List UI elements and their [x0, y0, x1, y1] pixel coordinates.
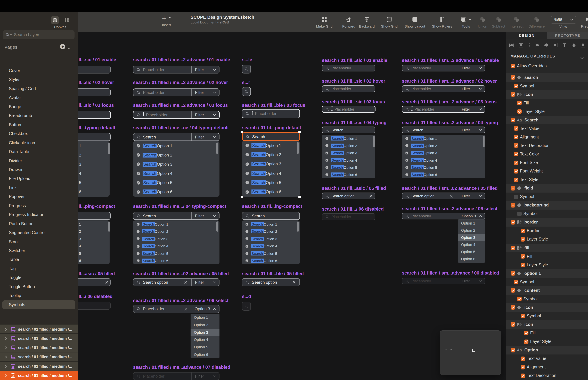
list-item[interactable]: Search Option 2 — [322, 142, 375, 149]
clear-icon[interactable] — [184, 307, 187, 310]
list-item[interactable]: 3 — [77, 160, 110, 169]
selection-handle[interactable] — [240, 195, 243, 198]
sidebar-page-breadcrumb[interactable]: Breadcrumb — [2, 112, 75, 120]
filter-dropdown[interactable]: Filter — [458, 86, 485, 92]
artboard-label[interactable]: search / 01 fill...sic / 01 enable — [322, 58, 387, 63]
artboard-label[interactable]: search / 01 filled / sm...2 advance / 02… — [402, 78, 497, 84]
list-item[interactable]: Search Option 4 — [133, 242, 219, 250]
checkbox[interactable] — [521, 237, 525, 242]
align-center-h-icon[interactable] — [519, 43, 524, 48]
search-input[interactable] — [77, 66, 111, 74]
select-option[interactable]: Option 6 — [190, 351, 219, 358]
chevron-right-icon[interactable] — [5, 373, 7, 379]
search-input[interactable]: PlaceholderFilter — [402, 278, 485, 285]
filter-dropdown[interactable]: Filter — [191, 66, 219, 73]
filter-dropdown[interactable]: Filter — [191, 373, 219, 380]
chevron-right-icon[interactable] — [5, 326, 7, 332]
tab-design[interactable]: DESIGN — [506, 32, 547, 39]
search-input[interactable] — [77, 278, 111, 286]
list-item[interactable]: 3 — [77, 235, 110, 242]
show-grid-button[interactable]: Show Grid — [381, 15, 398, 28]
artboard-label[interactable]: ll...sic / 02 hover — [79, 80, 114, 85]
search-input[interactable]: PlaceholderFilter — [402, 85, 485, 92]
artboard-label[interactable]: search / 01 filled / sm...2 advance / 01… — [402, 58, 499, 63]
list-item[interactable]: Search Option 2 — [402, 142, 485, 149]
sidebar-page-segmented-control[interactable]: Segmented Control — [2, 228, 75, 237]
list-item[interactable]: Search Option 3 — [133, 235, 219, 242]
checkbox[interactable] — [511, 75, 515, 80]
artboard-label[interactable]: search / 01 filled / me...2 advance / 03… — [133, 103, 228, 108]
artboard-label[interactable]: search / 01 filled / sm...02 advance / 0… — [402, 186, 498, 191]
filter-dropdown[interactable]: Filter — [458, 65, 485, 71]
list-item[interactable]: Search Option 4 — [242, 242, 300, 250]
checkbox[interactable] — [514, 152, 518, 156]
list-item[interactable]: Search Option 6 — [133, 188, 219, 197]
artboard-label[interactable]: search / 01 filled / me...2 advance / 06… — [133, 298, 228, 304]
align-middle-icon[interactable] — [571, 43, 576, 48]
checkbox[interactable] — [511, 348, 515, 352]
list-item[interactable]: Search Option 1 — [133, 141, 219, 150]
sidebar-page-styles[interactable]: Styles — [2, 75, 75, 84]
show-rulers-button[interactable]: Show Rulers — [432, 15, 452, 28]
list-item[interactable]: 2 — [77, 228, 110, 235]
search-input[interactable]: PlaceholderFilter — [133, 111, 219, 119]
layer-row[interactable]: search / 01 filled / medium /... — [0, 343, 77, 352]
list-item[interactable]: 5 — [77, 250, 110, 257]
artboard-label[interactable]: search / 01 filled / sm...advance / 06 d… — [402, 270, 499, 276]
scrollbar-thumb[interactable] — [483, 136, 484, 147]
search-input[interactable]: Placeholder — [322, 213, 375, 220]
select-option[interactable]: Option 6 — [458, 255, 485, 263]
checkbox[interactable] — [521, 254, 525, 259]
chevron-right-icon[interactable] — [5, 335, 7, 342]
checkbox[interactable] — [514, 280, 518, 284]
sidebar-page-divider[interactable]: Divider — [2, 156, 75, 165]
select-option[interactable]: Option 1 — [190, 314, 219, 321]
filter-dropdown[interactable]: Filter — [191, 212, 219, 219]
components-view-button[interactable] — [64, 17, 70, 23]
artboard-label[interactable]: search / 01 filled / sm...2 advance / 06… — [402, 206, 497, 212]
search-input[interactable] — [242, 87, 251, 96]
search-input[interactable] — [77, 111, 111, 119]
sidebar-page-badge[interactable]: Badge — [2, 102, 75, 111]
layer-row[interactable]: search / 01 filled / medium /... — [0, 334, 77, 343]
checkbox[interactable] — [511, 92, 515, 97]
checkbox[interactable] — [511, 186, 515, 190]
list-item[interactable]: Search Option 6 — [402, 171, 485, 178]
filter-dropdown[interactable]: Filter — [458, 106, 485, 112]
sidebar-page-spacing-grid[interactable]: Spacing / Grid — [2, 84, 75, 93]
search-input[interactable] — [77, 212, 111, 220]
list-item[interactable]: 1 — [77, 220, 110, 228]
checkbox[interactable] — [521, 228, 525, 233]
search-input[interactable] — [242, 302, 251, 311]
artboard-label[interactable]: search / 01 fill...ble / 05 filled — [242, 271, 304, 277]
layer-row[interactable]: search / 01 filled / medium /... — [0, 361, 77, 371]
list-item[interactable]: 1 — [77, 141, 110, 150]
sidebar-page-progress-indicator[interactable]: Progress Indicator — [2, 210, 75, 219]
list-item[interactable]: 4 — [77, 169, 110, 178]
select-option[interactable]: Option 4 — [458, 241, 485, 248]
select-option[interactable]: Option 3 — [458, 234, 485, 241]
list-item[interactable]: Search Option 3 — [133, 160, 219, 169]
checkbox[interactable] — [521, 263, 525, 267]
chevron-right-icon[interactable] — [5, 363, 7, 369]
checkbox[interactable] — [517, 212, 522, 216]
clear-icon[interactable] — [293, 281, 296, 284]
distribute-h-icon[interactable] — [544, 43, 549, 48]
list-item[interactable]: Search Option 1 — [133, 220, 219, 228]
checkbox[interactable] — [521, 373, 525, 378]
align-left-edge-icon[interactable] — [534, 43, 539, 48]
sidebar-page-popover[interactable]: Popover — [2, 192, 75, 201]
sidebar-page-cover[interactable]: Cover — [2, 66, 75, 75]
artboard-label[interactable]: s...r — [242, 80, 250, 85]
checkbox[interactable] — [511, 322, 515, 327]
checkbox[interactable] — [521, 365, 525, 369]
artboard-label[interactable]: search / 01 fil...ing-compact — [242, 204, 302, 209]
list-item[interactable]: Search Option 2 — [133, 150, 219, 160]
list-item[interactable]: 6 — [77, 257, 110, 264]
select-option[interactable]: Option 5 — [190, 343, 219, 351]
list-item[interactable]: Search Option 4 — [322, 156, 375, 164]
add-page-button[interactable]: + — [60, 44, 65, 49]
checkbox[interactable] — [514, 169, 518, 173]
checkbox[interactable] — [511, 246, 515, 250]
sidebar-page-tag[interactable]: Tag — [2, 264, 75, 273]
